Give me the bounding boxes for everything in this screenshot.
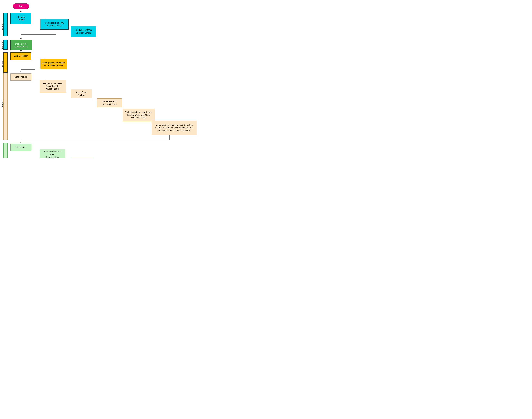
reliability-node: Reliability and Validity Analysis of the…	[40, 80, 66, 93]
validation-hyp-node: Validation of the Hypotheses (Kruskal-Wa…	[123, 108, 155, 121]
stage4-bar	[3, 73, 8, 140]
discussion-node: Discussion	[11, 144, 31, 151]
demographic-node: Demographic Information of the Questionn…	[40, 59, 67, 69]
stage3-label: Stage 3	[1, 60, 4, 67]
stage3-bar	[3, 52, 8, 73]
development-hyp-node: Development of the Hypotheses	[97, 98, 122, 107]
identification-fws-node: Identification of FWS Selection Criteria	[40, 19, 68, 29]
design-questionnaire-node: Design of the Questionnaire	[11, 40, 32, 51]
stage2-bar	[3, 39, 8, 50]
flowchart: Stage 1 Stage 2 Stage 3 Stage 4 Stage 5 …	[0, 0, 200, 158]
start-node: Start	[13, 3, 29, 9]
literature-review-node: Literature Review	[11, 13, 31, 24]
discussion-mean-node: Discussion Based on Mean Score Analysis	[40, 149, 65, 158]
determination-node: Determination of Critical FWS Selection …	[152, 121, 197, 135]
discussion-hyp-node: Discussion Based on Hypotheses	[70, 157, 93, 158]
mean-score-node: Mean Score Analysis	[71, 89, 92, 98]
stage1-bar	[3, 13, 8, 36]
data-analysis-node: Data Analysis	[11, 73, 31, 81]
stage4-label: Stage 4	[1, 100, 4, 107]
validation-fws-node: Validation of FWS Selection Criteria	[71, 26, 96, 37]
data-collection-node: Data Collection	[11, 52, 31, 60]
stage1-label: Stage 1	[1, 23, 4, 30]
stage5-bar	[3, 143, 8, 158]
stage2-label: Stage 2	[1, 42, 4, 49]
